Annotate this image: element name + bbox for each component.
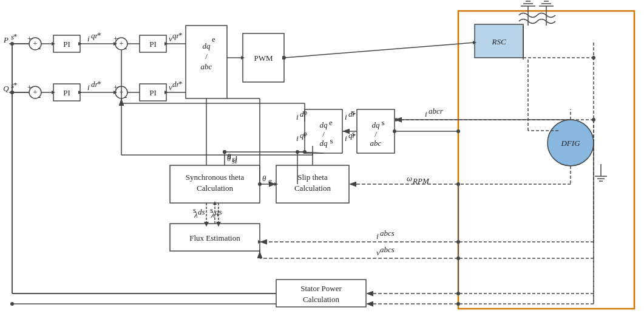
svg-text:dq: dq <box>372 120 381 129</box>
svg-point-229 <box>393 129 396 133</box>
svg-text:*: * <box>97 30 101 40</box>
svg-text:ω: ω <box>407 174 412 183</box>
svg-point-198 <box>303 150 307 154</box>
svg-text:i: i <box>87 83 90 92</box>
svg-text:+: + <box>33 39 37 48</box>
svg-text:s: s <box>381 118 384 127</box>
svg-text:-: - <box>124 44 127 53</box>
svg-text:e: e <box>329 118 333 127</box>
svg-text:s: s <box>210 205 213 215</box>
svg-text:i: i <box>345 134 347 143</box>
svg-text:+: + <box>33 88 37 97</box>
svg-text:Calculation: Calculation <box>303 295 339 304</box>
svg-text:-: - <box>124 92 127 101</box>
svg-text:/: / <box>322 129 325 139</box>
svg-text:+: + <box>119 39 123 48</box>
svg-text:Calculation: Calculation <box>294 184 331 193</box>
svg-text:abc: abc <box>370 139 382 148</box>
svg-text:i: i <box>296 134 299 143</box>
svg-text:PI: PI <box>149 88 157 97</box>
svg-text:abcs: abcs <box>380 245 395 254</box>
svg-text:-: - <box>38 92 41 101</box>
svg-point-225 <box>456 302 460 306</box>
svg-text:e: e <box>303 108 307 117</box>
svg-point-192 <box>456 129 460 133</box>
svg-text:DFIG: DFIG <box>560 139 580 148</box>
svg-text:PWM: PWM <box>254 53 273 63</box>
svg-point-193 <box>258 182 262 186</box>
svg-point-224 <box>456 292 460 295</box>
svg-text:i: i <box>376 232 379 241</box>
block-diagram: RSC DFIG + + + + + - + - + - + - PI PI <box>0 0 644 330</box>
svg-text:θ: θ <box>227 152 231 161</box>
svg-text:PI: PI <box>63 88 70 97</box>
svg-text:+: + <box>114 83 118 92</box>
svg-point-227 <box>10 302 14 306</box>
svg-text:e: e <box>268 176 272 185</box>
svg-text:P: P <box>3 35 8 44</box>
svg-text:/: / <box>375 129 377 139</box>
svg-text:e: e <box>212 35 215 44</box>
svg-text:+: + <box>114 34 118 43</box>
svg-text:qs: qs <box>215 207 222 216</box>
svg-text:*: * <box>178 79 183 88</box>
svg-text:*: * <box>97 79 101 88</box>
svg-text:abcs: abcs <box>380 229 395 238</box>
svg-text:Flux Estimation: Flux Estimation <box>189 233 240 242</box>
svg-text:θ: θ <box>262 174 266 183</box>
svg-text:e: e <box>303 129 307 138</box>
svg-text:*: * <box>178 30 183 40</box>
svg-text:Synchronous theta: Synchronous theta <box>186 173 245 182</box>
svg-text:i: i <box>296 112 299 122</box>
svg-text:dq: dq <box>203 41 211 50</box>
svg-text:dq: dq <box>320 120 328 129</box>
svg-text:s: s <box>193 205 196 215</box>
svg-text:RSC: RSC <box>491 37 506 46</box>
svg-point-219 <box>10 91 14 94</box>
svg-text:Stator Power: Stator Power <box>300 284 342 293</box>
svg-text:i: i <box>425 109 427 119</box>
svg-text:PI: PI <box>63 40 70 49</box>
svg-text:*: * <box>13 32 18 41</box>
svg-text:+: + <box>27 34 32 43</box>
svg-text:dq: dq <box>320 139 328 148</box>
svg-text:Slip theta: Slip theta <box>297 173 328 182</box>
svg-text:+: + <box>27 83 32 92</box>
svg-text:s: s <box>352 108 355 117</box>
svg-text:i: i <box>87 34 90 43</box>
svg-text:abcr: abcr <box>429 106 444 115</box>
svg-text:/: / <box>205 52 208 61</box>
svg-text:-: - <box>38 44 41 53</box>
svg-text:*: * <box>13 80 18 89</box>
svg-text:i: i <box>345 112 347 122</box>
svg-point-215 <box>592 56 595 60</box>
svg-text:PI: PI <box>149 40 157 49</box>
svg-text:ds: ds <box>198 207 205 216</box>
svg-text:Calculation: Calculation <box>197 184 233 193</box>
svg-text:sl: sl <box>232 154 237 163</box>
svg-text:Q: Q <box>3 84 9 93</box>
svg-point-218 <box>10 42 14 46</box>
svg-text:abc: abc <box>201 62 212 71</box>
svg-text:s: s <box>330 136 333 145</box>
svg-text:s: s <box>352 129 355 138</box>
svg-text:RPM: RPM <box>412 176 430 185</box>
